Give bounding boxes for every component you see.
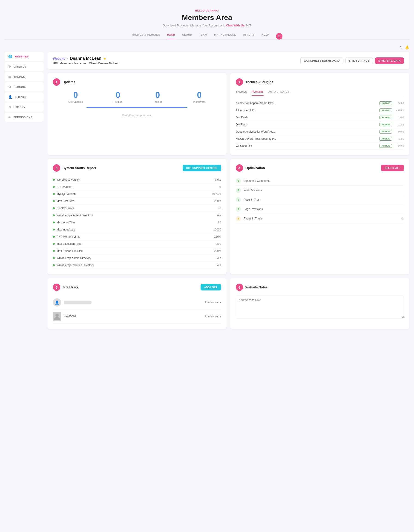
sidebar-item-permissions[interactable]: ✏ PERMISSIONS bbox=[5, 113, 44, 122]
nav-offers[interactable]: OFFERS bbox=[243, 33, 255, 39]
sidebar-label-websites: WEBSITES bbox=[15, 55, 29, 58]
tab-auto-updates[interactable]: AUTO UPDATES bbox=[268, 90, 289, 96]
themes-updates-item: 0 Themes bbox=[153, 90, 162, 103]
star-icon[interactable]: ★ bbox=[103, 57, 106, 60]
opt-count: 0 bbox=[236, 178, 241, 183]
breadcrumb-name: Deanna McLean bbox=[70, 56, 101, 61]
subtitle: Download Products, Manage Your Account a… bbox=[5, 24, 409, 27]
status-row: Max Input Vars 10000 bbox=[53, 226, 221, 233]
opt-count: 2 bbox=[236, 216, 241, 221]
website-notes-panel: 6 Website Notes bbox=[230, 278, 409, 329]
site-settings-button[interactable]: SITE SETTINGS bbox=[345, 57, 373, 64]
status-row: Writable wp-admin Directory Yes bbox=[53, 255, 221, 262]
active-badge: ACTIVE bbox=[379, 116, 392, 119]
page-header: HELLO DEANNA! Members Area Download Prod… bbox=[5, 5, 409, 29]
plugin-row: MalCare WordPress Security P... ACTIVE 5… bbox=[236, 135, 404, 142]
themes-plugins-title: Themes & Plugins bbox=[246, 80, 273, 84]
notification-icon[interactable]: 🔔 bbox=[405, 45, 409, 50]
opt-rows: 0 Spammed Comments 0 Post Revisions 0 Po… bbox=[236, 176, 404, 223]
tab-plugins[interactable]: PLUGINS bbox=[252, 90, 264, 96]
nav-help[interactable]: HELP bbox=[262, 33, 269, 39]
status-row: Writable wp-content Directory Yes bbox=[53, 212, 221, 219]
site-info: Website › Deanna McLean ★ URL: deannamcl… bbox=[53, 56, 119, 65]
status-dot bbox=[53, 186, 55, 188]
system-status-panel: 3 System Status Report DIVI SUPPORT CENT… bbox=[47, 159, 227, 274]
clients-icon: 👤 bbox=[8, 95, 12, 99]
plugins-updates-item: 0 Plugins bbox=[114, 90, 122, 103]
opt-row: 0 Post Revisions bbox=[236, 186, 404, 195]
sidebar-item-clients[interactable]: 👤 CLIENTS bbox=[5, 92, 44, 102]
sync-site-data-button[interactable]: SYNC SITE DATA bbox=[375, 57, 404, 64]
user-avatar[interactable]: D bbox=[276, 33, 282, 39]
plugin-name: Divi Dash bbox=[236, 116, 377, 119]
sidebar-item-history[interactable]: ↻ HISTORY bbox=[5, 103, 44, 112]
sidebar-label-clients: CLIENTS bbox=[15, 95, 26, 98]
avatar-icon: 👤 bbox=[55, 300, 59, 305]
plugin-name: WPCode Lite bbox=[236, 144, 377, 148]
active-badge: ACTIVE bbox=[379, 101, 392, 105]
nav-themes-plugins[interactable]: THEMES & PLUGINS bbox=[132, 33, 160, 39]
nav-dash[interactable]: DASH bbox=[167, 33, 175, 39]
chat-link[interactable]: Chat With Us bbox=[226, 24, 245, 27]
site-updates-item: 0 Site Updates bbox=[68, 90, 83, 103]
wordpress-dashboard-button[interactable]: WORDPRESS DASHBOARD bbox=[300, 57, 343, 64]
active-badge: ACTIVE bbox=[379, 108, 392, 112]
divi-support-center-button[interactable]: DIVI SUPPORT CENTER bbox=[183, 165, 221, 171]
status-row: Max Upload File Size 200M bbox=[53, 247, 221, 255]
breadcrumb: Website › Deanna McLean ★ bbox=[53, 56, 119, 61]
sidebar-label-permissions: PERMISSIONS bbox=[14, 116, 32, 119]
updates-numbers: 0 Site Updates 0 Plugins 0 Themes 0 bbox=[53, 90, 221, 103]
history-icon: ↻ bbox=[8, 105, 11, 109]
status-row: WordPress Version 6.6.1 bbox=[53, 176, 221, 183]
sidebar-label-history: HISTORY bbox=[14, 106, 26, 108]
tp-tabs: THEMES PLUGINS AUTO UPDATES bbox=[236, 90, 404, 96]
breadcrumb-website[interactable]: Website bbox=[53, 57, 65, 60]
nav-marketplace[interactable]: MARKETPLACE bbox=[214, 33, 236, 39]
sidebar-item-updates[interactable]: ↻ UPDATES bbox=[5, 62, 44, 71]
tab-themes[interactable]: THEMES bbox=[236, 90, 247, 96]
optimization-panel: 4 Optimization DELETE ALL 0 Spammed Comm… bbox=[230, 159, 409, 274]
plugins-label: Plugins bbox=[114, 100, 122, 103]
refresh-icon[interactable]: ↻ bbox=[400, 45, 403, 50]
url-label: URL: bbox=[53, 62, 59, 65]
permissions-icon: ✏ bbox=[8, 115, 11, 119]
active-badge: ACTIVE bbox=[379, 144, 392, 148]
url-value: deannamclean.com bbox=[60, 62, 86, 65]
plugins-count: 0 bbox=[114, 90, 122, 100]
opt-count: 0 bbox=[236, 188, 241, 193]
updates-panel: 1 Updates 0 Site Updates 0 Plugins bbox=[47, 73, 227, 155]
plugin-version: 5.65 bbox=[395, 137, 404, 140]
delete-all-button[interactable]: DELETE ALL bbox=[381, 165, 404, 171]
themes-icon: ▭ bbox=[8, 75, 11, 79]
add-user-button[interactable]: ADD USER bbox=[201, 284, 221, 290]
nav-cloud[interactable]: CLOUD bbox=[182, 33, 192, 39]
panel-number-3: 3 bbox=[53, 164, 60, 172]
sidebar-item-plugins[interactable]: ⚙ PLUGINS bbox=[5, 82, 44, 91]
website-notes-title: Website Notes bbox=[246, 285, 267, 289]
sidebar-item-themes[interactable]: ▭ THEMES bbox=[5, 72, 44, 81]
trash-icon[interactable]: 🗑 bbox=[401, 217, 404, 220]
plugins-list: Akismet Anti-spam: Spam Prot... ACTIVE 5… bbox=[236, 100, 404, 150]
status-dot bbox=[53, 200, 55, 202]
system-status-title: System Status Report bbox=[63, 166, 96, 170]
user-role: Administrator bbox=[205, 315, 221, 318]
opt-row: 2 Pages in Trash 🗑 bbox=[236, 214, 404, 223]
user-name: dee35007 bbox=[64, 315, 202, 318]
plugin-row: WPCode Lite ACTIVE 2.2.0 bbox=[236, 142, 404, 150]
nav-team[interactable]: TEAM bbox=[199, 33, 207, 39]
plugin-row: Akismet Anti-spam: Spam Prot... ACTIVE 5… bbox=[236, 100, 404, 107]
status-value: 200M bbox=[214, 200, 221, 203]
status-rows: WordPress Version 6.6.1 PHP Version 8 My… bbox=[53, 176, 221, 269]
plugin-version: 9.0.0 bbox=[395, 130, 404, 133]
status-value: 6.6.1 bbox=[215, 178, 221, 181]
plugin-name: All in One SEO bbox=[236, 109, 377, 112]
website-notes-input[interactable] bbox=[236, 295, 404, 319]
status-value: 8 bbox=[219, 185, 221, 189]
sidebar-item-websites[interactable]: 🌐 WEBSITES bbox=[5, 52, 44, 61]
plugin-name: Akismet Anti-spam: Spam Prot... bbox=[236, 102, 377, 105]
status-dot bbox=[53, 207, 55, 209]
opt-row: 0 Posts in Trash bbox=[236, 195, 404, 205]
status-dot bbox=[53, 221, 55, 223]
client-value: Deanna McLean bbox=[98, 62, 119, 65]
main-layout: 🌐 WEBSITES ↻ UPDATES ▭ THEMES ⚙ PLUGINS … bbox=[5, 52, 409, 329]
